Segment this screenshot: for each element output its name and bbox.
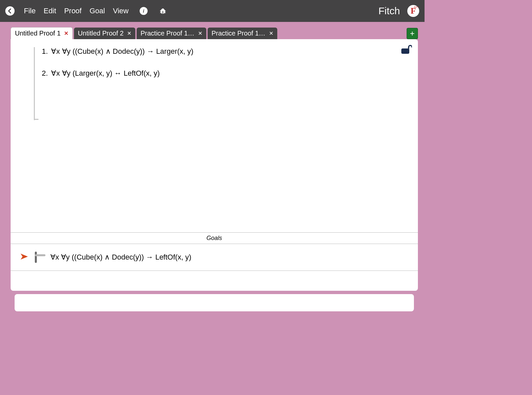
proof-area[interactable]: 1. ∀x ∀y ((Cube(x) ∧ Dodec(y)) → Larger(… — [11, 39, 418, 232]
bug-button[interactable] — [159, 7, 167, 15]
fitch-bar — [34, 47, 35, 120]
tab-practice-2[interactable]: Practice Proof 11.2 ✕ — [208, 28, 277, 39]
tab-label: Untitled Proof 2 — [78, 30, 124, 37]
close-icon[interactable]: ✕ — [198, 31, 202, 36]
formula: ∀x ∀y (Larger(x, y) ↔ LeftOf(x, y) — [51, 69, 160, 77]
goal-marker-icon — [21, 253, 28, 262]
status-bar — [15, 294, 414, 311]
tab-label: Practice Proof 11.2 — [212, 30, 266, 37]
app-title: Fitch — [378, 5, 400, 17]
back-button[interactable] — [5, 6, 15, 16]
arrow-left-icon — [7, 8, 13, 14]
bug-icon — [159, 7, 167, 15]
svg-marker-1 — [21, 254, 28, 260]
close-icon[interactable]: ✕ — [269, 31, 273, 36]
menu-proof[interactable]: Proof — [64, 7, 82, 15]
tab-panel: Untitled Proof 1 ✕ Untitled Proof 2 ✕ Pr… — [4, 27, 421, 291]
line-number: 2. — [42, 69, 48, 77]
line-number: 1. — [42, 47, 48, 55]
card-footer — [11, 271, 418, 291]
close-icon[interactable]: ✕ — [127, 31, 131, 36]
tab-label: Untitled Proof 1 — [15, 30, 61, 37]
tab-untitled-2[interactable]: Untitled Proof 2 ✕ — [74, 28, 135, 39]
goal-formula: ∀x ∀y ((Cube(x) ∧ Dodec(y)) → LeftOf(x, … — [50, 253, 191, 262]
tab-practice-1[interactable]: Practice Proof 11.2 ✕ — [137, 28, 206, 39]
menu-view[interactable]: View — [113, 7, 128, 15]
tab-row: Untitled Proof 1 ✕ Untitled Proof 2 ✕ Pr… — [4, 27, 421, 39]
add-tab-button[interactable]: + — [407, 28, 418, 39]
menu-items: File Edit Proof Goal View i — [24, 7, 167, 15]
info-icon: i — [140, 7, 148, 15]
turnstile-icon — [33, 251, 46, 264]
menu-bar: File Edit Proof Goal View i Fitch F ∃xPx — [0, 0, 425, 22]
logo-superscript: ∃xPx — [414, 6, 419, 8]
menu-file[interactable]: File — [24, 7, 35, 15]
plus-icon: + — [410, 29, 415, 38]
close-icon[interactable]: ✕ — [64, 31, 68, 36]
formula: ∀x ∀y ((Cube(x) ∧ Dodec(y)) → Larger(x, … — [51, 47, 193, 55]
fitch-tick — [34, 119, 38, 120]
goals-header: Goals — [11, 232, 418, 244]
goal-row[interactable]: ∀x ∀y ((Cube(x) ∧ Dodec(y)) → LeftOf(x, … — [11, 244, 418, 271]
proof-card: 1. ∀x ∀y ((Cube(x) ∧ Dodec(y)) → Larger(… — [11, 39, 418, 291]
info-button[interactable]: i — [139, 7, 148, 15]
app-logo: F ∃xPx — [407, 5, 419, 17]
workspace: Untitled Proof 1 ✕ Untitled Proof 2 ✕ Pr… — [0, 22, 425, 315]
tab-label: Practice Proof 11.2 — [141, 30, 195, 37]
tab-untitled-1[interactable]: Untitled Proof 1 ✕ — [11, 27, 73, 39]
menu-edit[interactable]: Edit — [43, 7, 56, 15]
premise-row[interactable]: 1. ∀x ∀y ((Cube(x) ∧ Dodec(y)) → Larger(… — [34, 47, 405, 56]
premise-row[interactable]: 2. ∀x ∀y (Larger(x, y) ↔ LeftOf(x, y) — [34, 69, 405, 78]
menu-goal[interactable]: Goal — [90, 7, 105, 15]
